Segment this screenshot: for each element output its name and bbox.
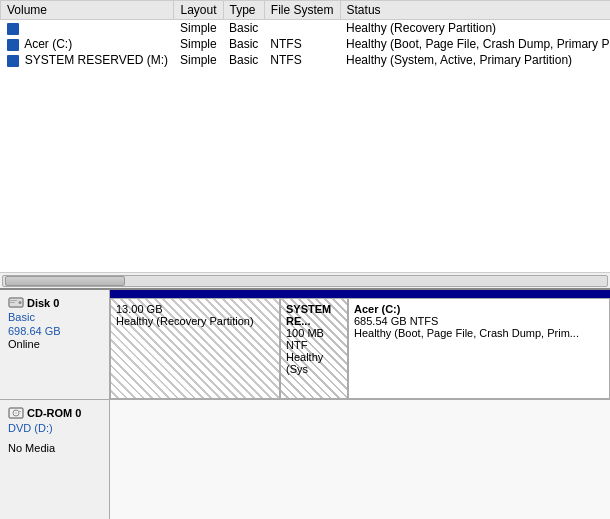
cdrom0-label: CD-ROM 0 DVD (D:) No Media	[0, 400, 110, 519]
disk0-header-bar	[110, 290, 610, 298]
vol-status-cell: Healthy (Recovery Partition)	[340, 20, 610, 37]
disk0-name: Disk 0	[8, 296, 101, 309]
vol-name-cell: Acer (C:)	[1, 36, 174, 52]
system-size: 100 MB NTF	[286, 327, 342, 351]
cdrom0-drive: DVD (D:)	[8, 422, 101, 434]
volume-icon	[7, 55, 19, 67]
disk0-partitions: 13.00 GB Healthy (Recovery Partition) SY…	[110, 290, 610, 399]
system-status: Healthy (Sys	[286, 351, 342, 375]
horizontal-scrollbar[interactable]	[0, 272, 610, 288]
cdrom0-name: CD-ROM 0	[8, 406, 101, 420]
vol-status-cell: Healthy (System, Active, Primary Partiti…	[340, 52, 610, 68]
table-scroll-area[interactable]: Volume Layout Type File System Status Si…	[0, 0, 610, 272]
hdd-icon	[8, 296, 24, 309]
cdrom0-visual-area	[110, 400, 610, 519]
volume-table-panel: Volume Layout Type File System Status Si…	[0, 0, 610, 290]
col-type[interactable]: Type	[223, 1, 264, 20]
svg-rect-4	[10, 302, 15, 303]
recovery-status: Healthy (Recovery Partition)	[116, 315, 274, 327]
vol-type-cell: Basic	[223, 36, 264, 52]
volume-icon	[7, 23, 19, 35]
svg-point-2	[19, 301, 22, 304]
vol-layout-cell: Simple	[174, 36, 223, 52]
cdrom-icon	[8, 406, 24, 420]
disk0-online-status: Online	[8, 338, 101, 350]
system-name: SYSTEM RE...	[286, 303, 342, 327]
col-status[interactable]: Status	[340, 1, 610, 20]
disk-management-window: Volume Layout Type File System Status Si…	[0, 0, 610, 519]
acer-name: Acer (C:)	[354, 303, 604, 315]
partition-recovery[interactable]: 13.00 GB Healthy (Recovery Partition)	[110, 298, 280, 399]
cdrom0-status: No Media	[8, 442, 101, 454]
vol-type-cell: Basic	[223, 52, 264, 68]
vol-status-cell: Healthy (Boot, Page File, Crash Dump, Pr…	[340, 36, 610, 52]
col-layout[interactable]: Layout	[174, 1, 223, 20]
volume-icon	[7, 39, 19, 51]
svg-rect-3	[10, 300, 17, 301]
col-filesystem[interactable]: File System	[264, 1, 340, 20]
disk0-row: Disk 0 Basic 698.64 GB Online 13.00 GB H…	[0, 290, 610, 400]
vol-type-cell: Basic	[223, 20, 264, 37]
table-row[interactable]: Acer (C:) Simple Basic NTFS Healthy (Boo…	[1, 36, 611, 52]
vol-fs-cell: NTFS	[264, 52, 340, 68]
svg-point-7	[15, 412, 17, 414]
disk0-type: Basic	[8, 311, 101, 323]
vol-layout-cell: Simple	[174, 20, 223, 37]
acer-status: Healthy (Boot, Page File, Crash Dump, Pr…	[354, 327, 604, 339]
scrollbar-track[interactable]	[2, 275, 608, 287]
table-row[interactable]: SYSTEM RESERVED (M:) Simple Basic NTFS H…	[1, 52, 611, 68]
disk-visual-panel: Disk 0 Basic 698.64 GB Online 13.00 GB H…	[0, 290, 610, 519]
vol-name-cell	[1, 20, 174, 37]
cdrom0-row: CD-ROM 0 DVD (D:) No Media	[0, 400, 610, 519]
disk0-size: 698.64 GB	[8, 325, 101, 337]
col-volume[interactable]: Volume	[1, 1, 174, 20]
vol-fs-cell: NTFS	[264, 36, 340, 52]
vol-name-cell: SYSTEM RESERVED (M:)	[1, 52, 174, 68]
scrollbar-thumb[interactable]	[5, 276, 125, 286]
vol-layout-cell: Simple	[174, 52, 223, 68]
partition-acer-c[interactable]: Acer (C:) 685.54 GB NTFS Healthy (Boot, …	[348, 298, 610, 399]
acer-size: 685.54 GB NTFS	[354, 315, 604, 327]
partition-system-reserved[interactable]: SYSTEM RE... 100 MB NTF Healthy (Sys	[280, 298, 348, 399]
disk0-label: Disk 0 Basic 698.64 GB Online	[0, 290, 110, 399]
recovery-size: 13.00 GB	[116, 303, 274, 315]
disk-table: Volume Layout Type File System Status Si…	[0, 0, 610, 68]
vol-fs-cell	[264, 20, 340, 37]
table-row[interactable]: Simple Basic Healthy (Recovery Partition…	[1, 20, 611, 37]
svg-rect-8	[18, 411, 21, 412]
